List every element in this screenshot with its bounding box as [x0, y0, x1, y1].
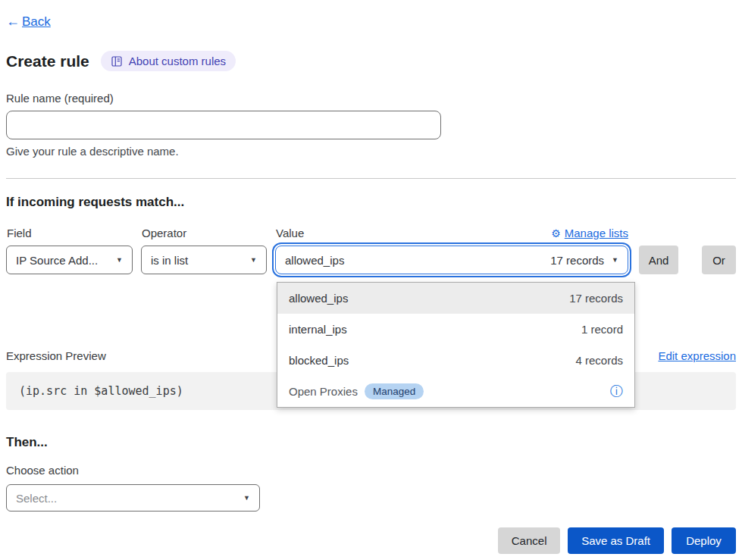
manage-lists-label: Manage lists	[565, 227, 628, 239]
section-divider	[6, 178, 736, 179]
edit-expression-link[interactable]: Edit expression	[658, 349, 736, 362]
list-item-meta: 17 records	[569, 292, 623, 305]
value-select-meta: 17 records	[550, 254, 604, 267]
operator-column: Operator is in list ▼	[141, 227, 267, 274]
choose-action-label: Choose action	[6, 464, 736, 477]
gear-icon: ⚙	[551, 227, 561, 239]
about-custom-rules-label: About custom rules	[129, 55, 226, 67]
rule-name-input[interactable]	[6, 111, 441, 139]
save-as-draft-button[interactable]: Save as Draft	[568, 527, 664, 554]
value-select[interactable]: allowed_ips 17 records ▼	[275, 246, 628, 274]
value-label-row: Value ⚙ Manage lists	[275, 227, 628, 239]
rule-name-helper: Give your rule a descriptive name.	[6, 145, 736, 158]
operator-label: Operator	[142, 227, 267, 239]
field-label: Field	[7, 227, 133, 239]
value-select-value: allowed_ips	[285, 254, 344, 267]
chevron-down-icon: ▼	[243, 494, 250, 502]
chevron-down-icon: ▼	[116, 256, 123, 264]
then-section-heading: Then...	[6, 435, 736, 450]
list-item-open-proxies[interactable]: Open Proxies Managed ⓘ	[277, 376, 634, 407]
create-rule-page: ← Back Create rule About custom rules Ru…	[0, 0, 742, 554]
list-item-name: allowed_ips	[289, 292, 348, 305]
chevron-down-icon: ▼	[612, 256, 618, 264]
list-item-blocked-ips[interactable]: blocked_ips 4 records	[277, 345, 634, 376]
field-select-value: IP Source Add...	[16, 254, 98, 267]
and-button[interactable]: And	[639, 246, 678, 274]
deploy-button[interactable]: Deploy	[672, 527, 736, 554]
list-item-internal-ips[interactable]: internal_ips 1 record	[277, 314, 634, 345]
expression-preview-label: Expression Preview	[6, 349, 106, 362]
list-item-allowed-ips[interactable]: allowed_ips 17 records	[277, 283, 634, 314]
cancel-button[interactable]: Cancel	[498, 527, 560, 554]
page-title: Create rule	[6, 52, 89, 70]
operator-select-value: is in list	[151, 254, 188, 267]
operator-select[interactable]: is in list ▼	[141, 246, 267, 274]
list-item-left: Open Proxies Managed	[289, 383, 424, 399]
list-dropdown-panel: allowed_ips 17 records internal_ips 1 re…	[277, 282, 635, 408]
list-item-name: blocked_ips	[289, 354, 349, 367]
book-icon	[111, 55, 123, 67]
action-select[interactable]: Select... ▼	[6, 484, 260, 512]
managed-badge: Managed	[365, 383, 424, 399]
rule-name-label: Rule name (required)	[6, 92, 736, 105]
manage-lists-link[interactable]: ⚙ Manage lists	[551, 227, 628, 239]
info-icon[interactable]: ⓘ	[610, 385, 623, 398]
action-select-placeholder: Select...	[16, 492, 57, 505]
about-custom-rules-link[interactable]: About custom rules	[101, 51, 236, 71]
list-item-name: internal_ips	[289, 323, 347, 336]
back-label: Back	[22, 14, 51, 30]
footer-actions: Cancel Save as Draft Deploy	[6, 527, 736, 554]
back-link[interactable]: ← Back	[6, 14, 51, 30]
list-item-meta: 4 records	[575, 354, 623, 367]
or-button[interactable]: Or	[702, 246, 736, 274]
chevron-down-icon: ▼	[250, 256, 257, 264]
back-arrow-icon: ←	[6, 14, 20, 30]
value-column: Value ⚙ Manage lists allowed_ips 17 reco…	[275, 227, 628, 274]
field-select[interactable]: IP Source Add... ▼	[6, 246, 133, 274]
expression-code: (ip.src in $allowed_ips)	[19, 384, 183, 398]
page-header: Create rule About custom rules	[6, 51, 736, 71]
list-item-meta: 1 record	[581, 323, 623, 336]
list-item-name: Open Proxies	[289, 385, 358, 398]
value-label: Value	[276, 227, 304, 239]
field-column: Field IP Source Add... ▼	[6, 227, 133, 274]
match-section-heading: If incoming requests match...	[6, 195, 736, 210]
condition-row: Field IP Source Add... ▼ Operator is in …	[6, 227, 736, 274]
